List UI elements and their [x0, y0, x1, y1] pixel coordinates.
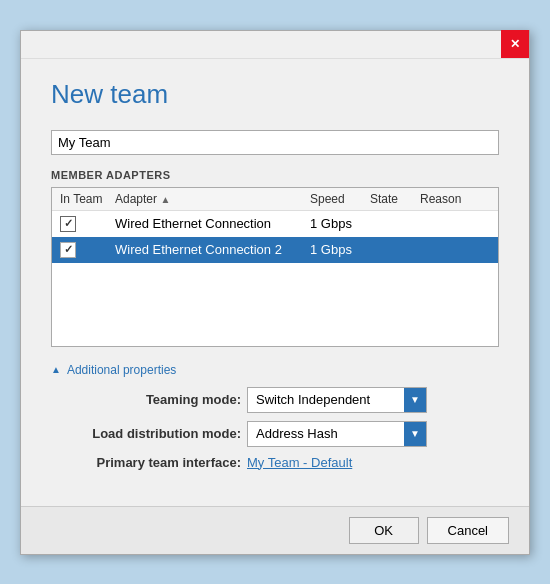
adapters-table: In Team Adapter ▲ Speed State Reason: [51, 187, 499, 347]
col-header-state: State: [370, 192, 420, 206]
additional-properties-toggle[interactable]: ▲ Additional properties: [51, 363, 499, 377]
title-bar: ✕: [21, 31, 529, 59]
chevron-up-icon: ▲: [51, 364, 61, 375]
sort-arrow-icon: ▲: [160, 194, 170, 205]
load-distribution-arrow-icon: ▼: [404, 422, 426, 446]
member-adapters-label: Member Adapters: [51, 169, 499, 181]
primary-interface-link[interactable]: My Team - Default: [247, 455, 352, 470]
properties-grid: Teaming mode: Switch Independent ▼ Load …: [51, 387, 499, 470]
additional-properties-label: Additional properties: [67, 363, 176, 377]
load-distribution-dropdown[interactable]: Address Hash ▼: [247, 421, 427, 447]
col-header-inteam: In Team: [60, 192, 115, 206]
row1-adapter: Wired Ethernet Connection: [115, 216, 310, 231]
teaming-mode-label: Teaming mode:: [61, 392, 241, 407]
ok-button[interactable]: OK: [349, 517, 419, 544]
dialog-footer: OK Cancel: [21, 506, 529, 554]
table-header: In Team Adapter ▲ Speed State Reason: [52, 188, 498, 211]
load-distribution-selected: Address Hash: [252, 426, 404, 441]
row1-speed: 1 Gbps: [310, 216, 370, 231]
row2-inteam: [60, 242, 115, 258]
load-distribution-value: Address Hash ▼: [247, 421, 499, 447]
col-header-speed: Speed: [310, 192, 370, 206]
table-row[interactable]: Wired Ethernet Connection 1 Gbps: [52, 211, 498, 237]
team-name-input[interactable]: [51, 130, 499, 155]
row2-adapter: Wired Ethernet Connection 2: [115, 242, 310, 257]
new-team-dialog: ✕ New team Member Adapters In Team Adapt…: [20, 30, 530, 555]
page-title: New team: [51, 79, 499, 110]
load-distribution-label: Load distribution mode:: [61, 426, 241, 441]
cancel-button[interactable]: Cancel: [427, 517, 509, 544]
row2-speed: 1 Gbps: [310, 242, 370, 257]
table-row[interactable]: Wired Ethernet Connection 2 1 Gbps: [52, 237, 498, 263]
row2-checkbox[interactable]: [60, 242, 76, 258]
dialog-content: New team Member Adapters In Team Adapter…: [21, 59, 529, 506]
close-button[interactable]: ✕: [501, 30, 529, 58]
primary-interface-value: My Team - Default: [247, 455, 499, 470]
teaming-mode-selected: Switch Independent: [252, 392, 404, 407]
teaming-mode-value: Switch Independent ▼: [247, 387, 499, 413]
col-header-reason: Reason: [420, 192, 490, 206]
additional-properties-section: ▲ Additional properties Teaming mode: Sw…: [51, 363, 499, 470]
col-header-adapter: Adapter ▲: [115, 192, 310, 206]
primary-interface-label: Primary team interface:: [61, 455, 241, 470]
teaming-mode-dropdown[interactable]: Switch Independent ▼: [247, 387, 427, 413]
row1-checkbox[interactable]: [60, 216, 76, 232]
row1-inteam: [60, 216, 115, 232]
teaming-mode-arrow-icon: ▼: [404, 388, 426, 412]
